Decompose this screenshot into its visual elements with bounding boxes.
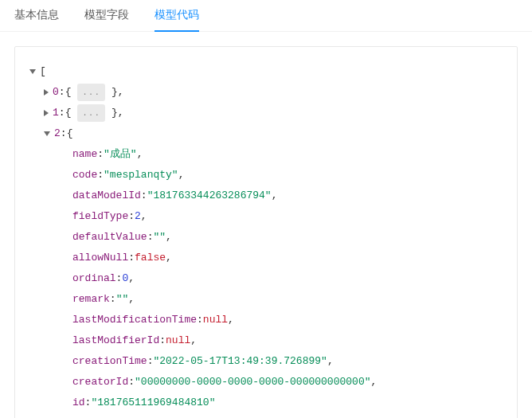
property-key: name [72, 144, 97, 165]
property-key: defaultValue [72, 227, 147, 248]
property-key: allowNull [72, 248, 128, 268]
brace-close-row: } [29, 413, 503, 418]
property-value: false [135, 248, 166, 268]
colon: : [128, 248, 135, 268]
property-key: id [72, 393, 85, 413]
comma: , [272, 186, 278, 206]
comma: , [178, 165, 185, 186]
comma: , [118, 103, 124, 123]
tab-bar: 基本信息 模型字段 模型代码 [0, 0, 532, 32]
property-value: "" [153, 227, 166, 248]
item-1-row: 1: { ... }, [29, 103, 503, 123]
caret-down-icon[interactable] [29, 69, 36, 74]
json-tree: [ 0: { ... }, 1: { ... }, 2: { name: "成品… [29, 61, 503, 418]
property-key: lastModificationTime [72, 310, 197, 330]
colon: : [97, 144, 104, 165]
property-row: creatorId: "00000000-0000-0000-0000-0000… [29, 372, 503, 393]
colon: : [59, 103, 65, 123]
colon: : [147, 351, 154, 372]
property-value: "181765111969484810" [91, 393, 215, 413]
bracket-open: [ [40, 61, 46, 82]
property-row: allowNull: false, [29, 248, 503, 268]
property-key: creatorId [72, 372, 128, 393]
property-value: 0 [122, 268, 128, 289]
comma: , [128, 268, 135, 289]
property-key: fieldType [72, 206, 128, 227]
colon: : [141, 186, 147, 206]
property-row: name: "成品", [29, 144, 503, 165]
caret-right-icon[interactable] [44, 89, 49, 96]
caret-down-icon[interactable] [44, 131, 50, 136]
comma: , [370, 372, 377, 393]
tab-model-fields[interactable]: 模型字段 [84, 0, 129, 31]
comma: , [190, 330, 197, 351]
item-2-row: 2: { [29, 123, 503, 144]
item-index: 2 [54, 123, 61, 144]
property-value: null [203, 310, 228, 330]
brace-close: } [111, 103, 118, 123]
property-row: fieldType: 2, [29, 206, 503, 227]
property-row: ordinal: 0, [29, 268, 503, 289]
property-row: lastModificationTime: null, [29, 310, 503, 330]
colon: : [159, 330, 166, 351]
property-value: "" [116, 289, 129, 310]
property-value: "181763344263286794" [147, 186, 272, 206]
tab-model-code[interactable]: 模型代码 [155, 0, 199, 32]
property-value: "成品" [104, 144, 137, 165]
colon: : [197, 310, 203, 330]
property-row: defaultValue: "", [29, 227, 503, 248]
colon: : [110, 289, 116, 310]
property-value: 2 [135, 206, 141, 227]
property-key: dataModelId [72, 186, 141, 206]
comma: , [137, 144, 143, 165]
brace-close: } [58, 413, 65, 418]
property-row: dataModelId: "181763344263286794", [29, 186, 503, 206]
code-panel: [ 0: { ... }, 1: { ... }, 2: { name: "成品… [14, 46, 518, 418]
array-open-row: [ [29, 61, 503, 82]
colon: : [128, 206, 135, 227]
property-value: null [166, 330, 190, 351]
property-row: creationTime: "2022-05-17T13:49:39.72689… [29, 351, 503, 372]
brace-close: } [111, 82, 118, 103]
property-row: code: "mesplanqty", [29, 165, 503, 186]
colon: : [85, 393, 92, 413]
property-row: remark: "", [29, 289, 503, 310]
ellipsis-button[interactable]: ... [77, 104, 105, 122]
property-key: lastModifierId [72, 330, 159, 351]
property-value: "2022-05-17T13:49:39.726899" [153, 351, 327, 372]
object-properties: name: "成品",code: "mesplanqty",dataModelI… [29, 144, 503, 413]
property-row: lastModifierId: null, [29, 330, 503, 351]
comma: , [228, 310, 234, 330]
comma: , [128, 289, 135, 310]
comma: , [141, 206, 147, 227]
colon: : [59, 82, 65, 103]
caret-right-icon[interactable] [44, 110, 49, 116]
property-key: ordinal [72, 268, 116, 289]
brace-open: { [65, 103, 72, 123]
ellipsis-button[interactable]: ... [77, 84, 105, 101]
property-key: code [72, 165, 97, 186]
colon: : [147, 227, 154, 248]
comma: , [118, 82, 124, 103]
property-key: creationTime [72, 351, 147, 372]
colon: : [128, 372, 135, 393]
colon: : [116, 268, 123, 289]
item-0-row: 0: { ... }, [29, 82, 503, 103]
property-value: "mesplanqty" [104, 165, 178, 186]
item-index: 1 [53, 103, 59, 123]
colon: : [97, 165, 104, 186]
colon: : [61, 123, 67, 144]
brace-open: { [67, 123, 73, 144]
tab-basic-info[interactable]: 基本信息 [14, 0, 59, 31]
property-value: "00000000-0000-0000-0000-000000000000" [135, 372, 370, 393]
item-index: 0 [53, 82, 59, 103]
comma: , [327, 351, 334, 372]
comma: , [166, 227, 172, 248]
property-row: id: "181765111969484810" [29, 393, 503, 413]
property-key: remark [72, 289, 110, 310]
comma: , [166, 248, 172, 268]
brace-open: { [65, 82, 72, 103]
